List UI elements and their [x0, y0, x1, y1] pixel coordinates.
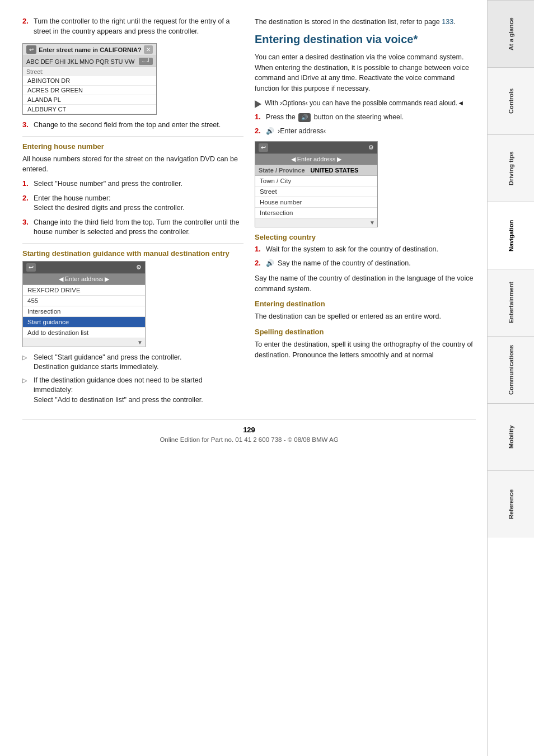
- sidebar-tab-mobility[interactable]: Mobility: [488, 403, 534, 470]
- steering-wheel-button: 🔊: [298, 113, 311, 122]
- voice-ui-state-row: State / Province UNITED STATES: [255, 165, 377, 176]
- house-num-step-1-text: Select "House number" and press the cont…: [34, 179, 243, 189]
- house-num-step-2-text: Enter the house number:Select the desire…: [34, 194, 243, 213]
- voice-ui-state-value: UNITED STATES: [311, 167, 359, 174]
- step-2-text: Turn the controller to the right until t…: [34, 17, 243, 36]
- ca-keyboard-chars: ABC DEF GHI JKL MNO PQR STU VW: [26, 58, 134, 65]
- enter-address-back-button[interactable]: ↩: [26, 263, 36, 272]
- sidebar-tab-driving-tips[interactable]: Driving tips: [488, 134, 534, 202]
- house-num-step-3-text: Change into the third field from the top…: [34, 218, 243, 237]
- sidebar-tab-entertainment[interactable]: Entertainment: [488, 269, 534, 336]
- page-footer: 129 Online Edition for Part no. 01 41 2 …: [22, 419, 476, 443]
- entering-destination-heading: Entering destination: [255, 300, 476, 308]
- ca-back-button[interactable]: ↩: [26, 45, 36, 54]
- step-number-2: 2.: [22, 17, 30, 25]
- starting-guidance-section: Starting destination guidance with manua…: [22, 249, 243, 405]
- spelling-destination-body: To enter the destination, spell it using…: [255, 339, 476, 361]
- enter-address-list-item-1[interactable]: 455: [23, 296, 145, 306]
- house-num-step-3: 3. Change into the third field from the …: [22, 218, 243, 237]
- scroll-indicator: ▼: [23, 338, 145, 347]
- left-column: 2. Turn the controller to the right unti…: [22, 17, 243, 408]
- intro-paragraph: You can enter a desired destination via …: [255, 52, 476, 94]
- arrow-symbol-2: ▷: [22, 377, 30, 384]
- sidebar-tab-communications[interactable]: Communications: [488, 336, 534, 403]
- entering-destination-section: Entering destination The destination can…: [255, 300, 476, 322]
- arrow-symbol-1: ▷: [22, 354, 30, 361]
- spelling-destination-section: Spelling destination To enter the destin…: [255, 328, 476, 361]
- ca-options-button[interactable]: ✕: [144, 45, 153, 54]
- ca-list-item-3[interactable]: ALDBURY CT: [23, 105, 156, 114]
- triangle-icon: [255, 100, 261, 108]
- sidebar-tab-navigation[interactable]: Navigation: [488, 202, 534, 269]
- right-column: The destination is stored in the destina…: [255, 17, 476, 408]
- sidebar-tab-at-a-glance[interactable]: At a glance: [488, 0, 534, 67]
- voice-ui-list-item-3[interactable]: Intersection: [255, 208, 377, 218]
- select-country-step-2-num: 2.: [255, 259, 263, 267]
- voice-ui-state-label: State / Province: [259, 167, 305, 174]
- step-number-3: 3.: [22, 120, 30, 129]
- divider-2: [22, 243, 243, 244]
- entering-house-number-section: Entering house number All house numbers …: [22, 142, 243, 237]
- add-to-destination-list-row[interactable]: Add to destination list: [23, 328, 145, 338]
- select-country-step-1-text: Wait for the system to ask for the count…: [266, 245, 476, 255]
- sidebar-tab-reference[interactable]: Reference: [488, 470, 534, 538]
- sidebar-tabs: At a glance Controls Driving tips Naviga…: [487, 0, 534, 756]
- destination-stored-text: The destination is stored in the destina…: [255, 17, 476, 27]
- options-note-text: With ›Options‹ you can have the possible…: [265, 99, 476, 108]
- house-num-step-1-num: 1.: [22, 179, 30, 188]
- voice-step-1: 1. Press the 🔊 button on the steering wh…: [255, 113, 476, 123]
- two-column-layout: 2. Turn the controller to the right unti…: [22, 17, 476, 408]
- select-country-step-2-text: Say the name of the country of destinati…: [278, 259, 476, 269]
- voice-ui-enter-address-label: ◀ Enter address ▶: [255, 154, 377, 165]
- house-num-step-2-num: 2.: [22, 194, 30, 202]
- voice-enter-address-ui: ↩ ⚙ ◀ Enter address ▶ State / Province U…: [255, 141, 378, 227]
- voice-ui-scroll-indicator: ▼: [255, 218, 377, 227]
- voice-ui-header: ↩ ⚙: [255, 142, 377, 154]
- start-guidance-bullet-text: Select "Start guidance" and press the co…: [34, 353, 243, 372]
- start-guidance-bullet: ▷ Select "Start guidance" and press the …: [22, 353, 243, 372]
- ca-list-item-1[interactable]: ACRES DR GREEN: [23, 86, 156, 95]
- enter-address-label-row: ◀ Enter address ▶: [23, 274, 145, 285]
- voice-step-2-text: ›Enter address‹: [278, 127, 476, 137]
- options-note: With ›Options‹ you can have the possible…: [255, 99, 476, 108]
- house-num-step-2: 2. Enter the house number:Select the des…: [22, 194, 243, 213]
- enter-address-header: ↩ ⚙: [23, 262, 145, 274]
- voice-ui-list-item-0[interactable]: Town / City: [255, 176, 377, 186]
- enter-address-list-item-2[interactable]: Intersection: [23, 306, 145, 317]
- start-guidance-row[interactable]: Start guidance: [23, 317, 145, 328]
- entering-destination-body: The destination can be spelled or entere…: [255, 311, 476, 322]
- step-3: 3. Change to the second field from the t…: [22, 120, 243, 130]
- enter-address-settings-icon: ⚙: [136, 264, 142, 271]
- house-number-body: All house numbers stored for the street …: [22, 154, 243, 175]
- enter-address-ui: ↩ ⚙ ◀ Enter address ▶ REXFORD DRIVE 455 …: [22, 261, 146, 347]
- selecting-country-section: Selecting country 1. Wait for the system…: [255, 233, 476, 295]
- ca-street-label: Street:: [23, 67, 156, 76]
- california-ui-screenshot: ↩ Enter street name in CALIFORNIA? ✕ ABC…: [22, 43, 157, 115]
- ca-keyboard-row: ABC DEF GHI JKL MNO PQR STU VW ←┘: [23, 56, 156, 67]
- voice-step-2-num: 2.: [255, 127, 263, 135]
- ca-list-item-0[interactable]: ABINGTON DR: [23, 76, 156, 86]
- ca-ui-header: ↩ Enter street name in CALIFORNIA? ✕: [23, 44, 156, 56]
- main-section-heading: Entering destination via voice*: [255, 32, 476, 46]
- voice-step-1-num: 1.: [255, 113, 263, 121]
- ca-list-item-2[interactable]: ALANDA PL: [23, 95, 156, 105]
- select-country-step-2: 2. 🔊 Say the name of the country of dest…: [255, 259, 476, 269]
- voice-ui-list-item-1[interactable]: Street: [255, 186, 377, 197]
- voice-ui-list-item-2[interactable]: House number: [255, 197, 377, 208]
- sidebar-tab-controls[interactable]: Controls: [488, 67, 534, 134]
- voice-ui-settings-icon: ⚙: [368, 144, 374, 151]
- destination-stored-prefix: The destination is stored in the destina…: [255, 18, 442, 26]
- step-2: 2. Turn the controller to the right unti…: [22, 17, 243, 36]
- select-country-speaker-icon: 🔊: [266, 259, 274, 267]
- select-country-step-1: 1. Wait for the system to ask for the co…: [255, 245, 476, 255]
- ca-title: Enter street name in CALIFORNIA?: [39, 46, 141, 53]
- main-content: 2. Turn the controller to the right unti…: [0, 0, 487, 756]
- speaker-icon: 🔊: [266, 127, 274, 135]
- page-133-link[interactable]: 133: [442, 18, 453, 26]
- house-num-step-3-num: 3.: [22, 218, 30, 226]
- add-destination-bullet-text: If the destination guidance does not nee…: [34, 376, 243, 405]
- starting-guidance-heading: Starting destination guidance with manua…: [22, 249, 243, 258]
- ca-enter-key[interactable]: ←┘: [139, 58, 153, 65]
- enter-address-list-item-0[interactable]: REXFORD DRIVE: [23, 285, 145, 296]
- voice-ui-back-button[interactable]: ↩: [259, 143, 268, 152]
